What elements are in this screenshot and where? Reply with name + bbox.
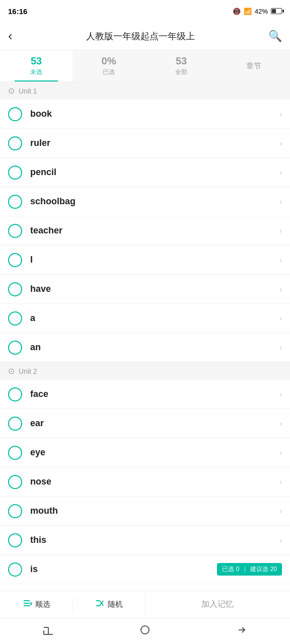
- search-button[interactable]: 🔍: [268, 30, 282, 43]
- word-row-teacher[interactable]: teacher ›: [0, 216, 290, 246]
- checkbox-eye[interactable]: [8, 446, 22, 460]
- chevron-ear: ›: [279, 419, 282, 428]
- word-row-i[interactable]: I ›: [0, 246, 290, 275]
- chevron-nose: ›: [279, 477, 282, 487]
- word-ear: ear: [30, 418, 279, 429]
- chevron-schoolbag: ›: [279, 197, 282, 206]
- word-a: a: [30, 313, 279, 324]
- sequential-icon: [22, 598, 32, 611]
- word-is: is: [30, 564, 217, 575]
- tab-unselected[interactable]: 53 未选: [0, 50, 72, 82]
- status-right: 📵 📶 42%: [233, 8, 282, 15]
- checkbox-book[interactable]: [8, 107, 22, 121]
- word-row-pencil[interactable]: pencil ›: [0, 158, 290, 187]
- word-schoolbag: schoolbag: [30, 196, 279, 207]
- chevron-a: ›: [279, 314, 282, 323]
- word-teacher: teacher: [30, 225, 279, 236]
- checkbox-is[interactable]: [8, 562, 22, 577]
- bottom-left-actions: 顺选 随机: [0, 598, 145, 612]
- checkbox-ruler[interactable]: [8, 136, 22, 150]
- tab-all[interactable]: 53 全部: [145, 50, 218, 82]
- tab-selected[interactable]: 0% 已选: [72, 50, 145, 82]
- word-row-an[interactable]: an ›: [0, 333, 290, 362]
- word-ruler: ruler: [30, 138, 279, 148]
- checkbox-pencil[interactable]: [8, 166, 22, 180]
- tab-bar: 53 未选 0% 已选 53 全部 章节: [0, 50, 290, 82]
- wifi-icon: 📶: [244, 8, 252, 15]
- word-row-face[interactable]: face ›: [0, 380, 290, 409]
- unit2-chevron-icon: ⊙: [8, 366, 15, 376]
- checkbox-have[interactable]: [8, 282, 22, 296]
- tab-selected-number: 0%: [102, 55, 116, 67]
- word-row-have[interactable]: have ›: [0, 275, 290, 304]
- chevron-mouth: ›: [279, 507, 282, 516]
- battery-icon: [271, 8, 282, 14]
- tab-chapter-label: 章节: [246, 55, 261, 76]
- word-row-is[interactable]: is 已选 0 | 建议选 20: [0, 555, 290, 584]
- android-home-button[interactable]: [129, 620, 161, 642]
- chevron-have: ›: [279, 285, 282, 294]
- chevron-teacher: ›: [279, 226, 282, 235]
- random-label: 随机: [108, 600, 123, 609]
- status-time: 16:16: [8, 7, 27, 16]
- checkbox-i[interactable]: [8, 253, 22, 267]
- tab-all-label: 全部: [175, 68, 187, 76]
- word-face: face: [30, 389, 279, 399]
- checkbox-nose[interactable]: [8, 475, 22, 489]
- chevron-book: ›: [279, 110, 282, 119]
- suggestion-badge: 已选 0 | 建议选 20: [217, 563, 282, 576]
- tab-chapter[interactable]: 章节: [218, 50, 290, 82]
- tab-selected-label: 已选: [103, 68, 115, 76]
- back-button[interactable]: ‹: [8, 28, 13, 44]
- checkbox-a[interactable]: [8, 311, 22, 326]
- battery-text: 42%: [255, 8, 268, 15]
- word-row-ear[interactable]: ear ›: [0, 409, 290, 438]
- checkbox-this[interactable]: [8, 533, 22, 547]
- checkbox-schoolbag[interactable]: [8, 195, 22, 209]
- word-row-nose[interactable]: nose ›: [0, 467, 290, 497]
- checkbox-ear[interactable]: [8, 417, 22, 431]
- word-book: book: [30, 109, 279, 119]
- word-row-ruler[interactable]: ruler ›: [0, 129, 290, 158]
- word-an: an: [30, 342, 279, 353]
- sequential-button[interactable]: 顺选: [0, 598, 72, 611]
- unit2-header[interactable]: ⊙ Unit 2: [0, 362, 290, 380]
- checkbox-teacher[interactable]: [8, 224, 22, 238]
- bottom-action-bar: 顺选 随机 加入记忆: [0, 591, 290, 618]
- chevron-ruler: ›: [279, 139, 282, 148]
- chevron-face: ›: [279, 390, 282, 399]
- top-nav: ‹ 人教版一年级起点一年级上 🔍: [0, 22, 290, 50]
- chevron-an: ›: [279, 343, 282, 352]
- chevron-eye: ›: [279, 448, 282, 457]
- add-memory-button[interactable]: 加入记忆: [146, 591, 291, 618]
- word-eye: eye: [30, 447, 279, 458]
- android-recent-button[interactable]: [226, 620, 257, 642]
- tab-unselected-label: 未选: [30, 68, 42, 76]
- tab-all-number: 53: [176, 55, 187, 67]
- unit1-header[interactable]: ⊙ Unit 1: [0, 82, 290, 100]
- checkbox-face[interactable]: [8, 387, 22, 401]
- word-row-a[interactable]: a ›: [0, 304, 290, 333]
- unit2-label: Unit 2: [19, 367, 37, 375]
- unit1-chevron-icon: ⊙: [8, 86, 15, 96]
- checkbox-an[interactable]: [8, 341, 22, 355]
- checkbox-mouth[interactable]: [8, 504, 22, 518]
- word-row-book[interactable]: book ›: [0, 100, 290, 129]
- word-have: have: [30, 284, 279, 294]
- badge-selected: 已选 0: [222, 566, 239, 573]
- word-row-schoolbag[interactable]: schoolbag ›: [0, 187, 290, 216]
- tab-unselected-number: 53: [31, 55, 42, 67]
- word-row-this[interactable]: this ›: [0, 526, 290, 555]
- word-row-eye[interactable]: eye ›: [0, 438, 290, 467]
- word-row-mouth[interactable]: mouth ›: [0, 497, 290, 526]
- signal-icon: 📵: [233, 8, 241, 15]
- chevron-i: ›: [279, 256, 282, 265]
- android-back-button[interactable]: [33, 620, 64, 642]
- android-nav-bar: [0, 618, 290, 644]
- status-bar: 16:16 📵 📶 42%: [0, 0, 290, 22]
- word-mouth: mouth: [30, 506, 279, 516]
- word-i: I: [30, 255, 279, 265]
- random-button[interactable]: 随机: [72, 598, 144, 611]
- sequential-label: 顺选: [35, 600, 50, 609]
- unit1-label: Unit 1: [19, 87, 37, 95]
